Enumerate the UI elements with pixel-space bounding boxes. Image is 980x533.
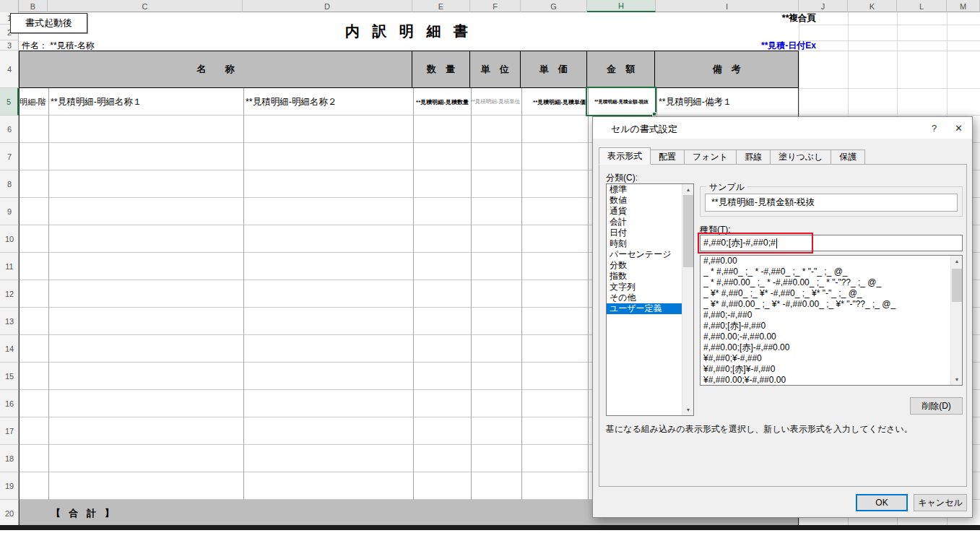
row-header-strip: 1 2 3 4 5 6 7 8 9 10 11 12 13 14 15 16 1… bbox=[0, 12, 19, 527]
tab-border[interactable]: 罫線 bbox=[737, 150, 771, 165]
category-option[interactable]: 文字列 bbox=[607, 282, 682, 292]
table-header-name[interactable]: 名 称 bbox=[19, 51, 412, 87]
sample-label: サンプル bbox=[706, 181, 747, 194]
row-header[interactable]: 13 bbox=[0, 308, 19, 335]
category-option[interactable]: 分数 bbox=[607, 260, 682, 271]
sheet-bottom-boundary bbox=[0, 525, 980, 530]
category-option-selected[interactable]: ユーザー定義 bbox=[607, 303, 682, 314]
format-option[interactable]: ¥#,##0.00;¥-#,##0.00 bbox=[701, 375, 950, 386]
row-header[interactable]: 6 bbox=[0, 116, 19, 143]
row-header[interactable]: 9 bbox=[0, 198, 19, 225]
cell-subject[interactable]: 件名： **見積-名称 bbox=[22, 40, 311, 51]
row-header[interactable]: 3 bbox=[0, 40, 19, 51]
tab-font[interactable]: フォント bbox=[685, 150, 737, 165]
format-option[interactable]: #,##0.00;-#,##0.00 bbox=[701, 332, 950, 342]
dialog-titlebar[interactable]: セルの書式設定 ? ✕ bbox=[593, 117, 972, 139]
format-option[interactable]: #,##0.00;[赤]-#,##0.00 bbox=[701, 342, 950, 353]
close-icon[interactable]: ✕ bbox=[947, 117, 971, 139]
row-header[interactable]: 20 bbox=[0, 500, 19, 527]
cell-g5[interactable]: **見積明細-見積単価 bbox=[521, 88, 586, 116]
row-header[interactable]: 18 bbox=[0, 445, 19, 472]
table-header-unit[interactable]: 単 位 bbox=[470, 51, 521, 87]
format-option[interactable]: _ * #,##0_ ;_ * -#,##0_ ;_ * "-"_ ;_ @_ bbox=[701, 266, 950, 277]
category-option[interactable]: パーセンテージ bbox=[607, 249, 682, 260]
col-header-D[interactable]: D bbox=[243, 0, 412, 12]
row-header[interactable]: 14 bbox=[0, 335, 19, 363]
dialog-help-text: 基になる組み込みの表示形式を選択し、新しい表示形式を入力してください。 bbox=[606, 423, 953, 436]
excel-window: B C D E F G H I J K L M 1 2 3 4 5 6 7 8 … bbox=[0, 0, 980, 533]
format-option[interactable]: _ * #,##0.00_ ;_ * -#,##0.00_ ;_ * "-"??… bbox=[701, 277, 950, 288]
row-header[interactable]: 17 bbox=[0, 417, 19, 445]
annotation-shape: 書式起動後 bbox=[10, 13, 87, 33]
table-header-price[interactable]: 単 価 bbox=[521, 51, 587, 87]
cell-date-note[interactable]: **見積-日付Ex bbox=[650, 40, 816, 51]
category-option[interactable]: 日付 bbox=[607, 228, 682, 238]
category-scrollbar[interactable]: ▲ ▼ bbox=[682, 184, 693, 415]
cell-f5[interactable]: **見積明細-見積単位 bbox=[471, 88, 520, 116]
col-header-C[interactable]: C bbox=[48, 0, 243, 12]
col-header-I[interactable]: I bbox=[656, 0, 799, 12]
col-header-F[interactable]: F bbox=[470, 0, 521, 12]
row-header[interactable]: 4 bbox=[0, 51, 19, 88]
cell-d5[interactable]: **見積明細-明細名称２ bbox=[246, 88, 411, 116]
row-header[interactable]: 12 bbox=[0, 280, 19, 308]
row-header[interactable]: 19 bbox=[0, 472, 19, 500]
category-label: 分類(C): bbox=[606, 172, 638, 184]
table-header-note[interactable]: 備 考 bbox=[655, 51, 798, 87]
cell-total-label[interactable]: 【 合 計 】 bbox=[51, 507, 117, 520]
help-icon[interactable]: ? bbox=[922, 117, 946, 139]
col-header-B[interactable]: B bbox=[19, 0, 48, 12]
row-header-selected[interactable]: 5 bbox=[0, 88, 19, 116]
format-option[interactable]: #,##0.00 bbox=[701, 256, 950, 266]
row-header[interactable]: 16 bbox=[0, 390, 19, 417]
cancel-button[interactable]: キャンセル bbox=[914, 494, 967, 511]
col-header-H-selected[interactable]: H bbox=[587, 0, 656, 12]
row-header[interactable]: 10 bbox=[0, 225, 19, 253]
category-option[interactable]: 通貨 bbox=[607, 206, 682, 217]
tab-alignment[interactable]: 配置 bbox=[651, 150, 685, 165]
table-header-amount[interactable]: 金 額 bbox=[587, 51, 656, 87]
annotation-label: 書式起動後 bbox=[25, 17, 72, 30]
dialog-tabs: 表示形式 配置 フォント 罫線 塗りつぶし 保護 bbox=[599, 147, 865, 165]
cell-i5[interactable]: **見積明細-備考１ bbox=[659, 88, 797, 116]
format-option[interactable]: #,##0;-#,##0 bbox=[701, 310, 950, 321]
format-option[interactable]: ¥#,##0;¥-#,##0 bbox=[701, 353, 950, 364]
row-header[interactable]: 15 bbox=[0, 363, 19, 390]
col-header-G[interactable]: G bbox=[521, 0, 587, 12]
cell-sheet-title[interactable]: 内 訳 明 細 書 bbox=[19, 22, 799, 40]
col-header-K[interactable]: K bbox=[848, 0, 897, 12]
tab-protection[interactable]: 保護 bbox=[831, 150, 865, 165]
ok-button[interactable]: OK bbox=[856, 494, 908, 511]
sample-value: **見積明細-見積金額-税抜 bbox=[711, 196, 815, 209]
format-option[interactable]: _ ¥* #,##0_ ;_ ¥* -#,##0_ ;_ ¥* "-"_ ;_ … bbox=[701, 288, 950, 299]
table-header-qty[interactable]: 数 量 bbox=[412, 51, 470, 87]
cell-b5[interactable]: 明細-階 bbox=[19, 88, 48, 116]
category-option[interactable]: 時刻 bbox=[607, 238, 682, 249]
tab-fill[interactable]: 塗りつぶし bbox=[771, 150, 831, 165]
row-header[interactable]: 7 bbox=[0, 143, 19, 170]
table-header-row: 名 称 数 量 単 位 単 価 金 額 備 考 bbox=[19, 51, 799, 88]
delete-button[interactable]: 削除(D) bbox=[910, 397, 963, 415]
tab-number-format[interactable]: 表示形式 bbox=[599, 147, 651, 165]
select-all-corner[interactable] bbox=[0, 0, 19, 12]
format-option[interactable]: _ ¥* #,##0.00_ ;_ ¥* -#,##0.00_ ;_ ¥* "-… bbox=[701, 299, 950, 310]
category-option[interactable]: 数値 bbox=[607, 195, 682, 206]
format-option[interactable]: ¥#,##0;[赤]¥-#,##0 bbox=[701, 364, 950, 375]
col-header-M[interactable]: M bbox=[947, 0, 980, 12]
col-header-E[interactable]: E bbox=[412, 0, 470, 12]
category-listbox: 標準 数値 通貨 会計 日付 時刻 パーセンテージ 分数 指数 文字列 その他 … bbox=[606, 183, 694, 416]
cell-h5-active[interactable]: **見積明細-見積金額-税抜 bbox=[588, 88, 655, 116]
cell-e5[interactable]: **見積明細-見積数量 bbox=[413, 88, 469, 116]
col-header-J[interactable]: J bbox=[799, 0, 848, 12]
row-header[interactable]: 8 bbox=[0, 170, 19, 198]
row-header[interactable]: 11 bbox=[0, 253, 19, 280]
cell-c5[interactable]: **見積明細-明細名称１ bbox=[51, 88, 241, 116]
format-scrollbar[interactable]: ▲ ▼ bbox=[950, 256, 962, 385]
col-header-L[interactable]: L bbox=[897, 0, 947, 12]
dialog-title: セルの書式設定 bbox=[611, 123, 677, 136]
category-option[interactable]: 会計 bbox=[607, 217, 682, 228]
category-option[interactable]: その他 bbox=[607, 292, 682, 303]
category-option[interactable]: 指数 bbox=[607, 271, 682, 282]
format-option[interactable]: #,##0;[赤]-#,##0 bbox=[701, 321, 950, 332]
category-option[interactable]: 標準 bbox=[607, 184, 682, 195]
